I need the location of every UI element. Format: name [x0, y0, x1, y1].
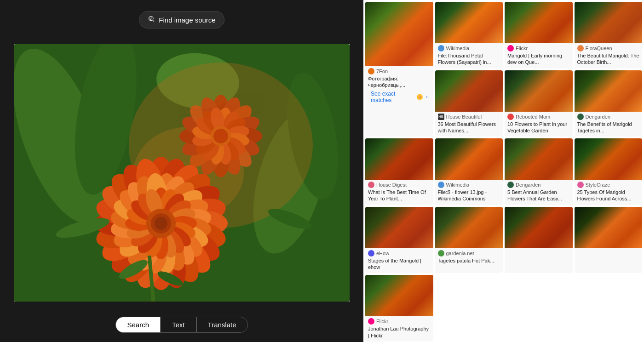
result-info-7: Dengarden The Benefits of Marigold Taget… [575, 112, 643, 137]
result-info-16: Flickr Jonathan Lau Photography | Flickr [365, 316, 433, 342]
source-name-7: Dengarden [586, 114, 610, 120]
result-thumb-9 [435, 138, 503, 180]
svg-point-44 [213, 129, 228, 143]
source-name-12: eHow [376, 251, 389, 256]
results-grid: 7Fon Фотография: чернобривцы,... See exa… [363, 0, 644, 342]
bottom-tabs: Search Text Translate [115, 317, 247, 333]
source-line-1: 7Fon [368, 68, 431, 74]
source-name-9: Wikimedia [446, 182, 470, 188]
source-name-10: Dengarden [516, 182, 540, 188]
source-name-16: Flickr [376, 319, 388, 324]
result-title-8: What Is The Best Time Of Year To Plant..… [368, 189, 431, 202]
favicon-11 [577, 182, 584, 188]
result-info-10: Dengarden 5 Best Annual Garden Flowers T… [505, 180, 573, 205]
result-item-16[interactable]: Flickr Jonathan Lau Photography | Flickr [365, 275, 433, 342]
result-info-4: FloraQueen The Beautiful Marigold: The O… [575, 43, 643, 68]
exact-icon: 🌼 [416, 94, 423, 100]
favicon-5: HB [438, 114, 444, 120]
tab-translate[interactable]: Translate [196, 317, 248, 333]
result-title-13: Tagetes patula Hot Pak... [438, 257, 500, 264]
find-source-button[interactable]: Find image source [139, 11, 224, 28]
result-thumb-10 [505, 138, 573, 180]
source-line-10: Dengarden [507, 182, 570, 188]
result-item-4[interactable]: FloraQueen The Beautiful Marigold: The O… [575, 2, 643, 68]
result-item-9[interactable]: Wikimedia File:ꕷ - flower 13.jpg - Wikim… [435, 138, 503, 205]
result-item-13[interactable]: gardenia.net Tagetes patula Hot Pak... [435, 207, 503, 274]
result-item-2[interactable]: Wikimedia File:Thousand Petal Flowers (S… [435, 2, 503, 68]
source-line-2: Wikimedia [438, 45, 500, 51]
result-thumb-6 [505, 70, 573, 112]
source-name-5: House Beautiful [446, 114, 482, 120]
result-info-9: Wikimedia File:ꕷ - flower 13.jpg - Wikim… [435, 180, 503, 205]
result-title-9: File:ꕷ - flower 13.jpg - Wikimedia Commo… [438, 189, 500, 202]
tab-text[interactable]: Text [161, 317, 196, 333]
result-title-2: File:Thousand Petal Flowers (Sayapatri) … [438, 52, 500, 66]
result-item-10[interactable]: Dengarden 5 Best Annual Garden Flowers T… [505, 138, 573, 205]
result-title-16: Jonathan Lau Photography | Flickr [368, 325, 431, 339]
result-thumb-5 [435, 70, 503, 112]
result-thumb-3 [505, 2, 573, 43]
result-title-7: The Benefits of Marigold Tagetes in... [577, 121, 640, 134]
image-preview-container [14, 44, 350, 302]
result-thumb-15 [575, 207, 643, 248]
result-item-6[interactable]: Rebooted Mom 10 Flowers to Plant in your… [505, 70, 573, 137]
source-name-13: gardenia.net [446, 251, 474, 256]
result-thumb-13 [435, 207, 503, 248]
exact-label: See exact matches [371, 91, 414, 103]
see-exact-matches[interactable]: See exact matches 🌼 › [368, 89, 431, 107]
result-item-5[interactable]: HB House Beautiful 36 Most Beautiful Flo… [435, 70, 503, 137]
source-line-13: gardenia.net [438, 250, 500, 256]
result-info-3: Flickr Marigold | Early morning dew on Q… [505, 43, 573, 68]
result-item-11[interactable]: StyleCraze 25 Types Of Marigold Flowers … [575, 138, 643, 205]
result-thumb-14 [505, 207, 573, 248]
result-title-11: 25 Types Of Marigold Flowers Found Acros… [577, 189, 640, 202]
source-line-8: House Digest [368, 182, 431, 188]
result-info-5: HB House Beautiful 36 Most Beautiful Flo… [435, 112, 503, 137]
source-line-4: FloraQueen [577, 45, 640, 51]
main-image [14, 44, 350, 302]
result-item-7[interactable]: Dengarden The Benefits of Marigold Taget… [575, 70, 643, 137]
result-item-8[interactable]: House Digest What Is The Best Time Of Ye… [365, 138, 433, 205]
result-item-15[interactable] [575, 207, 643, 274]
result-title-3: Marigold | Early morning dew on Que... [507, 52, 570, 66]
left-panel: Find image source [0, 0, 363, 342]
result-title-10: 5 Best Annual Garden Flowers That Are Ea… [507, 189, 570, 202]
source-name-3: Flickr [516, 46, 528, 51]
source-line-7: Dengarden [577, 114, 640, 120]
result-info-11: StyleCraze 25 Types Of Marigold Flowers … [575, 180, 643, 205]
source-line-12: eHow [368, 250, 431, 256]
lens-icon [148, 15, 155, 24]
source-name-1: 7Fon [376, 68, 388, 74]
tab-search[interactable]: Search [115, 317, 161, 333]
result-thumb-7 [575, 70, 643, 112]
result-info-13: gardenia.net Tagetes patula Hot Pak... [435, 248, 503, 267]
svg-point-2 [150, 17, 152, 19]
favicon-13 [438, 250, 444, 256]
source-name-4: FloraQueen [586, 46, 612, 51]
find-source-label: Find image source [159, 16, 215, 24]
result-item-14[interactable] [505, 207, 573, 274]
source-line-16: Flickr [368, 318, 431, 325]
source-name-2: Wikimedia [446, 46, 470, 51]
source-name-8: House Digest [376, 182, 407, 188]
result-title-4: The Beautiful Marigold: The October Birt… [577, 52, 640, 66]
result-info-1: 7Fon Фотография: чернобривцы,... See exa… [365, 66, 433, 110]
result-thumb-1 [365, 2, 433, 66]
favicon-8 [368, 182, 374, 188]
favicon-3 [507, 45, 514, 51]
result-item-1[interactable]: 7Fon Фотография: чернобривцы,... See exa… [365, 2, 433, 137]
source-line-11: StyleCraze [577, 182, 640, 188]
favicon-7 [577, 114, 584, 120]
result-title-5: 36 Most Beautiful Flowers with Names... [438, 121, 500, 134]
result-info-12: eHow Stages of the Marigold | ehow [365, 248, 433, 274]
result-item-3[interactable]: Flickr Marigold | Early morning dew on Q… [505, 2, 573, 68]
favicon-10 [507, 182, 514, 188]
result-thumb-16 [365, 275, 433, 316]
result-thumb-12 [365, 207, 433, 248]
result-item-12[interactable]: eHow Stages of the Marigold | ehow [365, 207, 433, 274]
favicon-9 [438, 182, 444, 188]
favicon-12 [368, 250, 374, 256]
favicon-6 [507, 114, 514, 120]
svg-line-1 [153, 20, 154, 22]
favicon-2 [438, 45, 444, 51]
